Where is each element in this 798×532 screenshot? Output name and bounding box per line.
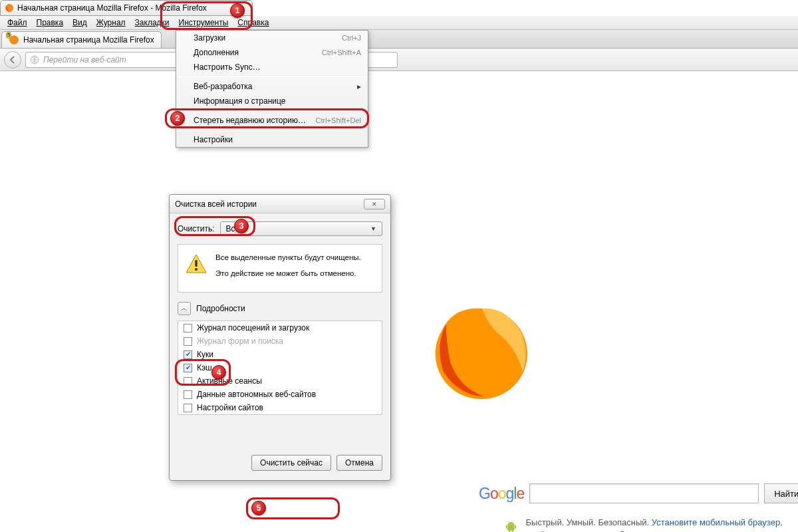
menu-item-pageinfo[interactable]: Информация о странице [176,94,368,108]
firefox-icon [5,3,14,13]
page-content: Google Найти Быстрый. Умный. Безопасный.… [0,71,798,532]
svg-line-13 [513,521,513,522]
check-offline[interactable]: Данные автономных веб-сайтов [178,388,382,401]
menu-view[interactable]: Вид [68,17,92,29]
clear-range-label: Очистить: [178,224,215,233]
navbar: Перейти на веб-сайт [0,49,798,71]
tools-menu: ЗагрузкиCtrl+J ДополненияCtrl+Shift+A На… [176,30,368,148]
url-placeholder: Перейти на веб-сайт [43,55,126,65]
window-titlebar: Начальная страница Mozilla Firefox - Moz… [0,0,253,16]
android-icon [505,517,517,532]
combo-value: Всё [226,224,240,233]
chevron-up-icon: ︿ [181,304,188,313]
checkbox-icon [184,404,192,412]
warning-text-2: Это действие не может быть отменено. [215,269,361,279]
chevron-down-icon: ▼ [370,225,376,232]
svg-rect-14 [195,260,197,267]
dialog-title: Очистка всей истории [175,200,257,209]
back-button[interactable] [4,51,21,68]
details-toggle[interactable]: ︿ [178,302,191,315]
clear-now-button[interactable]: Очистить сейчас [251,455,331,471]
promo-text: Быстрый. Умный. Безопасный. Установите м… [505,517,785,532]
check-sessions[interactable]: Активные сеансы [178,374,382,388]
search-row: Google Найти [479,483,798,503]
menu-history[interactable]: Журнал [92,17,130,29]
dialog-titlebar: Очистка всей истории ✕ [170,195,390,213]
tab-badge: 5 [6,32,11,39]
checkbox-icon [184,390,192,399]
dialog-close-button[interactable]: ✕ [364,199,385,209]
search-input[interactable] [529,483,759,503]
warning-icon [185,253,207,275]
svg-line-12 [508,521,509,522]
menubar: Файл Правка Вид Журнал Закладки Инструме… [0,16,798,30]
svg-rect-5 [507,525,514,531]
checkbox-icon [184,324,192,332]
promo-link[interactable]: Установите мобильный браузер [652,517,780,527]
svg-rect-9 [515,525,516,529]
search-button[interactable]: Найти [764,483,798,503]
svg-point-15 [195,268,198,271]
menu-item-sync[interactable]: Настроить Sync… [176,60,368,74]
menu-separator [178,130,366,130]
menu-item-addons[interactable]: ДополненияCtrl+Shift+A [176,45,368,60]
svg-point-6 [509,523,509,523]
arrow-left-icon [9,56,17,64]
submenu-arrow-icon: ▸ [357,82,361,91]
google-logo: Google [479,485,524,503]
menu-tools[interactable]: Инструменты [174,17,233,29]
menu-bookmarks[interactable]: Закладки [130,17,174,29]
warning-text-1: Все выделенные пункты будут очищены. [215,253,361,263]
close-icon: ✕ [372,201,377,207]
check-cache[interactable]: ✔Кэш [178,361,382,374]
clear-history-dialog: Очистка всей истории ✕ Очистить: Всё ▼ В… [169,194,391,481]
svg-point-7 [512,523,513,523]
checkbox-icon [184,337,192,346]
menu-item-clear-history[interactable]: Стереть недавнюю историю…Ctrl+Shift+Del [176,113,368,128]
details-checklist: Журнал посещений и загрузок Журнал форм … [178,321,382,415]
window-title: Начальная страница Mozilla Firefox - Moz… [17,3,207,13]
checkbox-icon [184,377,192,386]
tab-home[interactable]: 5 Начальная страница Mozilla Firefox [1,31,162,48]
menu-item-preferences[interactable]: Настройки [176,132,368,147]
clear-range-combo[interactable]: Всё ▼ [220,221,382,236]
check-browsing[interactable]: Журнал посещений и загрузок [178,321,382,334]
warning-box: Все выделенные пункты будут очищены. Это… [178,244,382,293]
globe-icon [30,55,39,65]
tab-strip: 5 Начальная страница Mozilla Firefox [0,30,798,49]
menu-item-webdev[interactable]: Веб-разработка▸ [176,79,368,94]
check-cookies[interactable]: ✔Куки [178,348,382,361]
menu-separator [178,76,366,77]
details-label: Подробности [196,304,245,313]
cancel-button[interactable]: Отмена [336,455,382,471]
menu-item-downloads[interactable]: ЗагрузкиCtrl+J [176,31,368,45]
checkbox-checked-icon: ✔ [184,364,192,372]
check-siteprefs[interactable]: Настройки сайтов [178,401,382,414]
menu-help[interactable]: Справка [233,17,273,29]
tab-label: Начальная страница Mozilla Firefox [23,35,154,45]
firefox-logo-large [426,297,785,410]
menu-file[interactable]: Файл [3,17,32,29]
check-forms: Журнал форм и поиска [178,334,382,348]
checkbox-checked-icon: ✔ [184,350,192,359]
menu-separator [178,110,366,111]
menu-edit[interactable]: Правка [32,17,68,29]
svg-rect-8 [506,525,507,529]
